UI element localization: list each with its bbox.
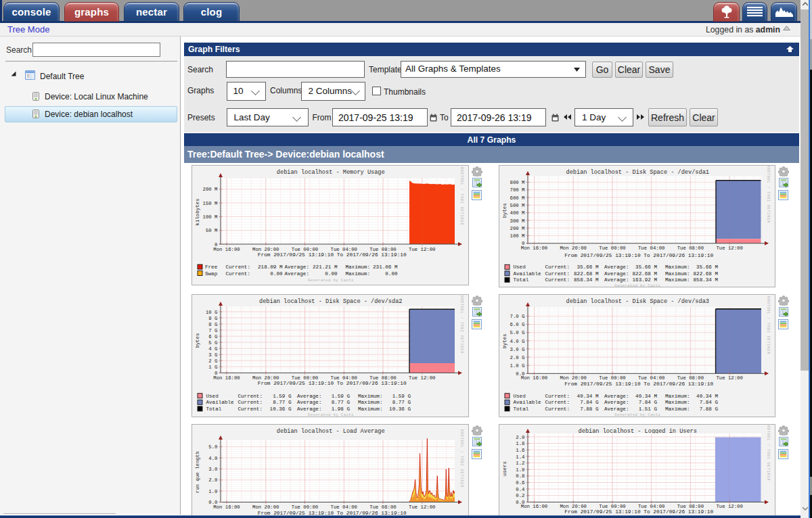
svg-text:5.0 G: 5.0 G xyxy=(510,330,525,335)
svg-text:From 2017/09/25 13:19:10 To 20: From 2017/09/25 13:19:10 To 2017/09/26 1… xyxy=(564,253,713,258)
svg-text:40.34 M: 40.34 M xyxy=(696,394,718,399)
svg-text:2.0 G: 2.0 G xyxy=(510,355,525,360)
svg-text:Tue 04:00: Tue 04:00 xyxy=(638,504,664,509)
svg-text:40.34 M: 40.34 M xyxy=(577,394,599,399)
svg-text:Average:: Average: xyxy=(604,400,629,405)
svg-text:Swap: Swap xyxy=(205,271,218,277)
svg-text:Mon 16:00: Mon 16:00 xyxy=(521,375,547,381)
svg-text:7 G: 7 G xyxy=(208,328,217,333)
svg-text:debian localhost - Disk Space: debian localhost - Disk Space - /dev/sda… xyxy=(566,169,709,176)
svg-text:bytes: bytes xyxy=(195,333,200,348)
svg-text:Mon 20:00: Mon 20:00 xyxy=(252,504,279,510)
svg-text:Total: Total xyxy=(514,277,529,283)
svg-text:Average:: Average: xyxy=(297,406,321,412)
svg-text:Current:: Current: xyxy=(545,406,570,412)
svg-text:Mon 16:00: Mon 16:00 xyxy=(213,375,240,381)
svg-text:150 M: 150 M xyxy=(203,201,218,206)
svg-text:600 M: 600 M xyxy=(510,195,525,201)
svg-text:Tue 00:00: Tue 00:00 xyxy=(599,245,625,251)
svg-text:Maximum:: Maximum: xyxy=(665,394,690,399)
svg-text:Tue 04:00: Tue 04:00 xyxy=(331,247,357,252)
svg-text:run que length: run que length xyxy=(195,451,200,493)
svg-text:8.77 G: 8.77 G xyxy=(392,400,411,405)
svg-text:Maximum:: Maximum: xyxy=(665,400,690,405)
svg-text:40.34 M: 40.34 M xyxy=(635,394,657,399)
svg-text:Tue 00:00: Tue 00:00 xyxy=(292,504,318,510)
svg-text:9 G: 9 G xyxy=(208,316,217,321)
svg-text:858.34 M: 858.34 M xyxy=(574,277,599,283)
svg-text:218.09 M: 218.09 M xyxy=(258,264,283,270)
svg-text:debian localhost - Disk Space: debian localhost - Disk Space - /dev/sda… xyxy=(259,298,402,305)
svg-text:1.6: 1.6 xyxy=(516,448,524,453)
svg-text:50 M: 50 M xyxy=(206,228,218,233)
svg-text:4.0: 4.0 xyxy=(208,456,217,461)
svg-text:Average:: Average: xyxy=(297,394,321,399)
svg-text:1 G: 1 G xyxy=(208,364,217,370)
svg-text:4.0 G: 4.0 G xyxy=(510,339,525,344)
svg-text:Average:: Average: xyxy=(604,277,629,283)
svg-text:4 G: 4 G xyxy=(208,346,217,352)
svg-text:Used: Used xyxy=(514,264,526,270)
svg-text:Used: Used xyxy=(514,394,526,399)
svg-text:0.2: 0.2 xyxy=(516,493,524,498)
svg-text:7.84 G: 7.84 G xyxy=(639,400,658,405)
svg-text:Mon 20:00: Mon 20:00 xyxy=(560,245,586,251)
svg-text:10 G: 10 G xyxy=(206,310,218,315)
svg-text:Tue 08:00: Tue 08:00 xyxy=(369,247,396,252)
svg-text:Maximum:: Maximum: xyxy=(358,394,382,399)
svg-text:Current:: Current: xyxy=(226,271,250,277)
svg-text:3.0: 3.0 xyxy=(208,467,217,472)
svg-text:Used: Used xyxy=(206,394,219,399)
svg-text:8.77 G: 8.77 G xyxy=(273,400,292,405)
svg-text:debian localhost - Load Averag: debian localhost - Load Average xyxy=(277,428,385,435)
svg-text:1.59 G: 1.59 G xyxy=(332,394,351,399)
svg-text:1.59 G: 1.59 G xyxy=(273,394,292,399)
svg-text:3 G: 3 G xyxy=(208,352,217,358)
svg-text:800 M: 800 M xyxy=(510,180,525,185)
svg-text:Current:: Current: xyxy=(545,277,570,283)
svg-text:Tue 08:00: Tue 08:00 xyxy=(369,504,396,510)
svg-text:700 M: 700 M xyxy=(510,187,525,193)
svg-text:From 2017/09/25 13:19:10 To 20: From 2017/09/25 13:19:10 To 2017/09/26 1… xyxy=(258,381,407,386)
svg-text:7.88 G: 7.88 G xyxy=(700,406,719,412)
svg-text:Current:: Current: xyxy=(238,400,263,405)
svg-text:2.0: 2.0 xyxy=(516,435,524,440)
svg-text:Tue 04:00: Tue 04:00 xyxy=(638,375,664,381)
svg-text:From 2017/09/25 13:19:10 To 20: From 2017/09/25 13:19:10 To 2017/09/26 1… xyxy=(564,509,713,515)
svg-text:1.2: 1.2 xyxy=(516,461,524,466)
svg-text:7.0 G: 7.0 G xyxy=(510,314,525,319)
svg-text:Tue 12:00: Tue 12:00 xyxy=(716,375,742,381)
svg-text:1.98 G: 1.98 G xyxy=(332,406,351,412)
svg-text:Mon 20:00: Mon 20:00 xyxy=(252,247,279,252)
svg-text:822.68 M: 822.68 M xyxy=(633,271,658,277)
svg-text:Current:: Current: xyxy=(545,264,570,270)
svg-text:35.66 M: 35.66 M xyxy=(696,264,718,270)
svg-text:Tue 00:00: Tue 00:00 xyxy=(599,504,625,509)
svg-text:Total: Total xyxy=(514,406,529,412)
svg-text:1.0: 1.0 xyxy=(516,467,524,473)
svg-text:Total: Total xyxy=(206,406,222,412)
svg-text:Average:: Average: xyxy=(604,264,629,270)
svg-text:0.6: 0.6 xyxy=(516,480,524,486)
svg-text:Free: Free xyxy=(205,264,218,270)
svg-text:0.4: 0.4 xyxy=(516,487,525,492)
svg-text:Mon 20:00: Mon 20:00 xyxy=(252,375,279,381)
svg-text:3.0 G: 3.0 G xyxy=(510,347,525,352)
svg-text:Tue 08:00: Tue 08:00 xyxy=(677,504,704,509)
svg-text:Tue 08:00: Tue 08:00 xyxy=(677,245,704,251)
svg-text:10.36 G: 10.36 G xyxy=(270,406,292,412)
svg-text:35.66 M: 35.66 M xyxy=(577,264,599,270)
svg-text:Mon 20:00: Mon 20:00 xyxy=(560,375,586,381)
svg-text:Current:: Current: xyxy=(238,406,263,412)
svg-text:Average:: Average: xyxy=(285,264,309,270)
svg-text:7.88 G: 7.88 G xyxy=(580,406,599,412)
svg-text:Generated by Cacti: Generated by Cacti xyxy=(614,283,660,288)
svg-text:200 M: 200 M xyxy=(203,187,218,192)
svg-text:Mon 16:00: Mon 16:00 xyxy=(521,504,547,509)
svg-text:kilobytes: kilobytes xyxy=(195,199,200,226)
svg-text:221.21 M: 221.21 M xyxy=(313,264,338,270)
svg-text:Maximum:: Maximum: xyxy=(358,406,382,412)
svg-text:RRDTOOL / TOBI OETIKER: RRDTOOL / TOBI OETIKER xyxy=(459,296,464,354)
svg-text:Tue 12:00: Tue 12:00 xyxy=(716,504,742,509)
svg-text:bytes: bytes xyxy=(502,334,508,349)
